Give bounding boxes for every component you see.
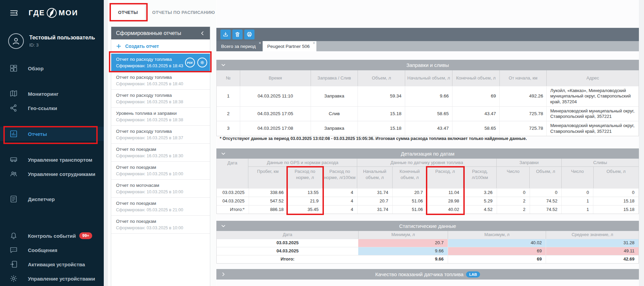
report-list-item[interactable]: Отчет по поездкам Сформирован: 03.03.202… bbox=[111, 216, 210, 234]
table-cell: 0 bbox=[530, 189, 562, 197]
fuel-sensor-quality-bar[interactable]: Качество показаний датчика топлива LAB bbox=[216, 269, 639, 280]
reports-scrollbar[interactable] bbox=[104, 0, 108, 286]
table-cell: 04.03.2025 11:10 bbox=[240, 86, 311, 106]
table-row: 03.03.2025338.6613.55431.7420.711.043.26… bbox=[217, 188, 639, 197]
table-cell: 4 bbox=[323, 205, 357, 214]
chevron-left-icon[interactable] bbox=[200, 31, 205, 36]
sidebar-item[interactable]: Сообщения bbox=[0, 243, 104, 257]
table-cell: 31.74 bbox=[357, 205, 392, 214]
table-row: 104.03.2025 11:10Заправка59.349.6669492.… bbox=[217, 86, 639, 106]
table-cell: Конечный объем, л bbox=[452, 70, 499, 86]
table-cell: 4 bbox=[323, 189, 357, 197]
table-cell: Максимум, л bbox=[448, 231, 546, 239]
table-cell: 9.66 bbox=[358, 247, 448, 255]
table-cell: 04.03.2025 17:08 bbox=[240, 121, 311, 136]
table-row: 04.03.2025 9.666949.11 bbox=[217, 247, 639, 255]
table-cell: 51.06 bbox=[392, 205, 427, 214]
sidebar-item[interactable]: Гео-ссылки bbox=[0, 101, 104, 115]
table-cell: 43.47 bbox=[452, 107, 499, 121]
reports-tab[interactable]: ОТЧЕТЫ bbox=[111, 4, 145, 20]
vehicle-tab[interactable]: Всего за период × bbox=[216, 41, 263, 51]
details-section-header: Детализация по датам bbox=[216, 148, 639, 159]
table-cell: Адрес bbox=[546, 70, 639, 86]
table-cell: 58.65 bbox=[405, 107, 452, 121]
close-icon[interactable]: × bbox=[259, 41, 261, 45]
sidebar-item[interactable]: Управление устройствами bbox=[0, 271, 104, 286]
table-cell: Расход по норме, л/100км bbox=[322, 167, 357, 188]
pdf-icon[interactable]: PDF bbox=[185, 58, 195, 68]
sidebar-item[interactable]: Отчеты bbox=[0, 127, 104, 141]
table-cell: Слив bbox=[311, 107, 358, 121]
reports-tabs: ОТЧЕТЫ ОТЧЕТЫ ПО РАСПИСАНИЮ bbox=[111, 4, 222, 20]
table-cell: 74.52 bbox=[530, 205, 562, 214]
car-icon bbox=[10, 156, 18, 164]
vehicle-tab[interactable]: Peugeot Partner 506 × bbox=[263, 41, 317, 51]
panel-title: Сформированные отчеты bbox=[116, 30, 181, 36]
report-list-item[interactable]: Отчет по поездкам Сформирован: 16.03.202… bbox=[111, 144, 210, 162]
table-cell: Дата bbox=[217, 231, 358, 239]
event-count-badge: 99+ bbox=[79, 232, 92, 239]
menu-collapse-icon[interactable] bbox=[9, 8, 19, 17]
table-cell: Начальный объем, л bbox=[357, 167, 392, 188]
table-cell: 28.98 bbox=[427, 197, 463, 205]
sidebar-item[interactable]: Мониторинг bbox=[0, 87, 104, 101]
sidebar-item[interactable]: Обзор bbox=[0, 61, 104, 75]
sidebar-item[interactable]: Диспетчер bbox=[0, 192, 104, 206]
table-cell: 21.9 bbox=[288, 197, 323, 205]
trash-icon[interactable] bbox=[232, 30, 243, 39]
close-icon[interactable]: × bbox=[313, 41, 315, 45]
table-cell: 13.55 bbox=[288, 189, 323, 197]
table-cell: 886.18 bbox=[249, 205, 288, 214]
table-row: 304.03.2025 17:08Заправка15.1843.4758.65… bbox=[217, 121, 639, 136]
table-cell: Начальный объем, л bbox=[405, 70, 452, 86]
generated-reports-panel: Сформированные отчеты Создать отчет Отче… bbox=[111, 26, 210, 286]
chevron-down-icon[interactable] bbox=[221, 224, 226, 229]
report-list-item[interactable]: Отчет по расходу топлива Сформирован: 16… bbox=[111, 126, 210, 144]
sidebar-item[interactable]: Управление сотрудниками bbox=[0, 167, 104, 181]
table-cell: 1 bbox=[217, 86, 240, 106]
page-scrollbar[interactable] bbox=[639, 0, 644, 286]
table-cell: 725.78 bbox=[499, 107, 547, 121]
table-cell: 2 bbox=[497, 205, 530, 214]
table-cell: Расход по норме, л bbox=[287, 167, 323, 188]
table-cell: Минераловодский муниципальный округ, Ста… bbox=[546, 121, 639, 136]
report-list-item[interactable]: Отчет по поездкам Сформирован: 05.03.202… bbox=[111, 198, 210, 216]
create-report-button[interactable]: Создать отчет bbox=[111, 39, 210, 54]
bell-icon bbox=[10, 232, 18, 240]
chevron-right-icon[interactable] bbox=[221, 272, 226, 277]
reports-tab[interactable]: ОТЧЕТЫ ПО РАСПИСАНИЮ bbox=[145, 4, 222, 20]
report-list-item[interactable]: Отчет по расходу топлива Сформирован: 16… bbox=[111, 54, 210, 72]
user-block: Тестовый пользователь ID: 3 bbox=[0, 19, 104, 49]
table-cell: 15.18 bbox=[358, 121, 405, 136]
sidebar-item[interactable]: Управление транспортом bbox=[0, 153, 104, 167]
chevron-down-icon[interactable] bbox=[221, 151, 226, 156]
map-icon bbox=[10, 90, 18, 98]
table-cell: Число bbox=[562, 167, 593, 188]
quality-bar-title: Качество показаний датчика топлива bbox=[375, 271, 463, 277]
table-cell: 20.7 bbox=[357, 197, 392, 205]
report-list-item[interactable]: Отчет по моточасам Сформирован: 10.03.20… bbox=[111, 180, 210, 198]
refuels-section: Заправки и сливы №ВремяЗаправка / СливОб… bbox=[216, 60, 639, 136]
stats-table-head: ДатаМинимум, лМаксимум, лСреднее значени… bbox=[217, 231, 639, 239]
table-cell: 492.26 bbox=[499, 86, 547, 106]
column-group: Данные по GPS и нормам расхода Пробег, к… bbox=[248, 159, 357, 188]
report-list-item[interactable]: Отчет по поездкам Сформирован: 10.03.202… bbox=[111, 162, 210, 180]
sidebar-item[interactable]: Контроль событий 99+ bbox=[0, 229, 104, 243]
print-icon[interactable] bbox=[244, 30, 254, 39]
report-list-item[interactable]: Отчет по расходу топлива Сформирован: 16… bbox=[111, 72, 210, 90]
table-cell: 0 bbox=[593, 189, 639, 197]
table-cell: Среднее значение, л bbox=[546, 231, 639, 239]
column-group: Заправки ЧислоОбъем, л bbox=[496, 159, 561, 188]
download-icon[interactable] bbox=[220, 30, 231, 39]
table-row: 04.03.2025547.5221.9420.751.0628.985.292… bbox=[217, 197, 639, 205]
report-list-item[interactable]: Отчет по расходу топлива Сформирован: 16… bbox=[111, 90, 210, 108]
table-cell: 31.74 bbox=[357, 189, 392, 197]
table-cell: Заправка / Слив bbox=[311, 70, 358, 86]
report-list-item[interactable]: Уровень топлива и заправки Сформирован: … bbox=[111, 108, 210, 126]
report-settings-icon[interactable] bbox=[197, 58, 207, 68]
sidebar-item[interactable]: Активация устройства bbox=[0, 257, 104, 271]
table-cell: Заправка bbox=[311, 121, 358, 136]
table-cell: Время bbox=[240, 70, 311, 86]
table-cell: Расход, л bbox=[427, 167, 463, 188]
chevron-down-icon[interactable] bbox=[221, 62, 226, 68]
